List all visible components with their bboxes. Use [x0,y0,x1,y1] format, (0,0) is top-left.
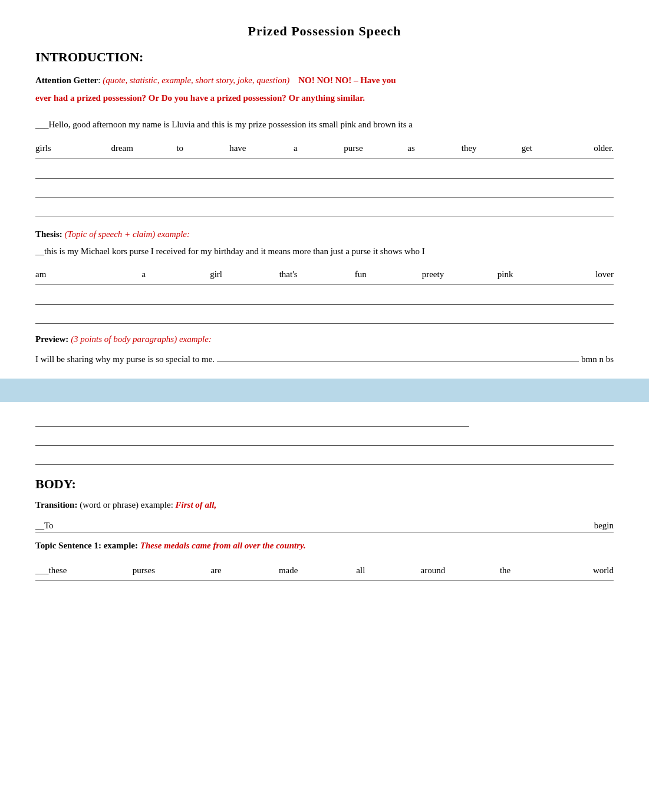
topic-word-row: ___these purses are made all around the … [35,561,614,581]
topic-word-7: world [541,561,614,579]
preview-label-line: Preview: (3 points of body paragraphs) e… [35,334,614,344]
thesis-word-7: lover [541,265,614,283]
intro-word-5: purse [324,139,382,157]
topic-word-1: purses [108,561,180,579]
topic-word-2: are [180,561,252,579]
intro-word-8: get [498,139,556,157]
page-title: Prized Possession Speech [35,24,614,39]
thesis-underline-2 [35,310,614,324]
thesis-word-3: that's [252,265,325,283]
preview-label: Preview: [35,334,68,344]
transition-label: Transition: [35,500,77,509]
attention-getter-hint: (quote, statistic, example, short story,… [103,75,289,85]
blue-band [0,379,649,402]
transition-example: First of all, [176,500,217,509]
topic-sentence-section: Topic Sentence 1: example: These medals … [35,541,614,551]
topic-sentence-label-line: Topic Sentence 1: example: These medals … [35,541,614,551]
intro-section: ___Hello, good afternoon my name is Lluv… [35,116,614,216]
intro-word-3: have [209,139,266,157]
topic-word-5: around [397,561,469,579]
intro-word-1: dream [93,139,151,157]
intro-underline-3 [35,202,614,216]
topic-sentence-label: Topic Sentence 1: [35,541,101,550]
intro-header: INTRODUCTION: [35,50,614,65]
thesis-label: Thesis: [35,229,62,239]
blank-short-line [35,414,469,427]
preview-line: I will be sharing why my purse is so spe… [35,350,614,368]
intro-word-6: as [383,139,440,157]
topic-word-6: the [469,561,542,579]
attention-getter-block: Attention Getter: (quote, statistic, exa… [35,73,614,106]
intro-word-7: they [440,139,498,157]
intro-sentence-text: ___Hello, good afternoon my name is Lluv… [35,120,413,129]
attention-getter-line2: ever had a prized possession? Or Do you … [35,91,614,106]
topic-sentence-hint: example: [104,541,138,550]
thesis-word-2: girl [180,265,252,283]
topic-word-3: made [252,561,325,579]
intro-word-2: to [151,139,209,157]
thesis-word-5: preety [397,265,469,283]
topic-word-0: ___these [35,561,108,579]
to-begin-row: __To begin [35,521,614,532]
attention-getter-line1: Attention Getter: (quote, statistic, exa… [35,73,614,88]
attention-getter-no: NO! NO! NO! – Have you [298,75,396,85]
preview-sentence-end: bmn n bs [581,350,614,368]
intro-word-row: girls dream to have a purse as they get … [35,139,614,159]
thesis-section: Thesis: (Topic of speech + claim) exampl… [35,229,614,324]
thesis-sentence: __this is my Michael kors purse I receiv… [35,243,614,260]
thesis-label-line: Thesis: (Topic of speech + claim) exampl… [35,229,614,239]
to-label: __To [35,521,54,531]
thesis-word-6: pink [469,265,542,283]
begin-label: begin [594,521,614,531]
preview-hint: (3 points of body paragraphs) example: [71,334,212,344]
intro-word-0: girls [35,139,93,157]
thesis-hint: (Topic of speech + claim) example: [65,229,190,239]
transition-line: Transition: (word or phrase) example: Fi… [35,500,614,510]
topic-sentence-example: These medals came from all over the coun… [140,541,306,550]
thesis-word-0: am [35,265,108,283]
thesis-underline-1 [35,291,614,305]
intro-word-4: a [266,139,324,157]
transition-section: Transition: (word or phrase) example: Fi… [35,500,614,510]
thesis-word-4: fun [325,265,397,283]
blank-full-line-1 [35,432,614,446]
thesis-word-1: a [108,265,180,283]
intro-underline-2 [35,183,614,198]
preview-sentence-start: I will be sharing why my purse is so spe… [35,350,215,368]
thesis-word-row: am a girl that's fun preety pink lover [35,265,614,285]
blank-area [35,414,614,465]
blank-full-line-2 [35,451,614,465]
preview-section: Preview: (3 points of body paragraphs) e… [35,334,614,368]
transition-hint: (word or phrase) example: [80,500,173,509]
preview-blanks [217,361,579,362]
intro-word-9: older. [556,139,614,157]
intro-sentence: ___Hello, good afternoon my name is Lluv… [35,116,614,133]
topic-word-4: all [325,561,397,579]
intro-underline-1 [35,165,614,179]
body-header: BODY: [35,476,614,492]
attention-getter-label: Attention Getter [35,75,98,85]
